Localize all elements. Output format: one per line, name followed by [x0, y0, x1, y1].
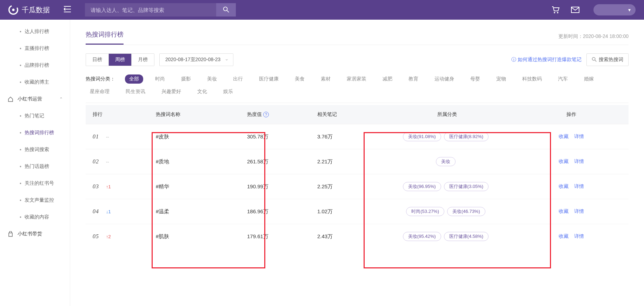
category-pill[interactable]: 美妆(46.73%): [447, 207, 485, 216]
category-chip[interactable]: 素材: [317, 74, 335, 84]
favorite-link[interactable]: 收藏: [559, 208, 569, 215]
favorite-link[interactable]: 收藏: [559, 158, 569, 165]
category-chip[interactable]: 家居家装: [343, 74, 371, 84]
row-categories: 时尚(53.27%)美妆(46.73%): [380, 199, 514, 224]
bag-icon: [8, 231, 14, 237]
search-button[interactable]: [216, 3, 236, 17]
table-row: 05↑2#肌肤179.61万2.43万美妆(95.42%)医疗健康(4.58%)…: [86, 224, 629, 249]
category-chip[interactable]: 母婴: [466, 74, 484, 84]
category-chip[interactable]: 汽车: [554, 74, 572, 84]
category-chip[interactable]: 科技数码: [518, 74, 546, 84]
rank-number: 03: [93, 183, 104, 190]
category-chip[interactable]: 减肥: [378, 74, 397, 84]
svg-line-3: [227, 10, 229, 12]
category-pill[interactable]: 时尚(53.27%): [406, 207, 444, 216]
question-circle-icon[interactable]: ?: [263, 112, 269, 117]
row-categories: 美妆: [380, 149, 514, 174]
chevron-up-icon: ⌃: [59, 97, 63, 102]
detail-link[interactable]: 详情: [574, 233, 584, 240]
svg-point-7: [592, 57, 595, 60]
global-search: [85, 3, 236, 17]
segment-日榜[interactable]: 日榜: [86, 54, 109, 66]
category-chip[interactable]: 美食: [291, 74, 309, 84]
search-input[interactable]: [85, 7, 216, 13]
segment-周榜[interactable]: 周榜: [109, 54, 132, 66]
category-chip[interactable]: 宠物: [492, 74, 510, 84]
trend-indicator: --: [106, 134, 109, 139]
mail-icon[interactable]: [571, 7, 579, 13]
category-pill[interactable]: 美妆(91.08%): [403, 132, 441, 141]
page-header: 热搜词排行榜 更新时间：2020-08-24 18:00:00: [86, 30, 629, 45]
category-chip[interactable]: 摄影: [177, 74, 195, 84]
category-pill[interactable]: 医疗健康(4.58%): [444, 232, 489, 241]
table-header-row: 排行 热搜词名称 热度值? 相关笔记 所属分类 操作: [86, 105, 629, 124]
category-chip[interactable]: 运动健身: [430, 74, 458, 84]
th-name: 热搜词名称: [149, 105, 240, 124]
date-range-picker[interactable]: 2020-08-17至2020-08-23: [159, 53, 233, 66]
row-categories: 美妆(95.42%)医疗健康(4.58%): [380, 224, 514, 249]
favorite-link[interactable]: 收藏: [559, 134, 569, 140]
category-chip[interactable]: 婚嫁: [580, 74, 598, 84]
heat-value: 190.99万: [240, 174, 310, 199]
category-chip[interactable]: 文化: [193, 87, 211, 96]
detail-link[interactable]: 详情: [574, 158, 584, 165]
brand-logo[interactable]: 千瓜数据: [8, 5, 50, 15]
sidebar-group-ecommerce[interactable]: 小红书带货: [0, 226, 70, 242]
hotword-name: #肌肤: [149, 224, 240, 249]
segment-月榜[interactable]: 月榜: [132, 54, 154, 66]
category-pill[interactable]: 美妆(95.42%): [403, 232, 441, 241]
category-chip[interactable]: 教育: [404, 74, 423, 84]
favorite-link[interactable]: 收藏: [559, 233, 569, 240]
category-chip[interactable]: 星座命理: [86, 87, 114, 96]
sidebar: 达人排行榜直播排行榜品牌排行榜收藏的博主 小红书运营 ⌃ 热门笔记热搜词排行榜热…: [0, 20, 70, 306]
favorite-link[interactable]: 收藏: [559, 183, 569, 190]
notes-count: 1.02万: [310, 199, 380, 224]
sidebar-item[interactable]: 达人排行榜: [0, 23, 70, 40]
period-segment: 日榜周榜月榜: [86, 53, 154, 66]
category-chip[interactable]: 美妆: [203, 74, 221, 84]
sidebar-group-operations[interactable]: 小红书运营 ⌃: [0, 91, 70, 108]
category-chip[interactable]: 医疗健康: [255, 74, 283, 84]
sidebar-item[interactable]: 收藏的博主: [0, 74, 70, 91]
detail-link[interactable]: 详情: [574, 134, 584, 140]
category-pill[interactable]: 医疗健康(3.05%): [444, 182, 489, 191]
house-icon: [8, 96, 14, 102]
sidebar-sub-item[interactable]: 热搜词排行榜: [0, 124, 70, 141]
th-rank: 排行: [86, 105, 149, 124]
category-chip[interactable]: 民生资讯: [121, 87, 150, 96]
sidebar-group-label: 小红书运营: [18, 96, 42, 102]
sidebar-sub-item[interactable]: 收藏的内容: [0, 209, 70, 226]
category-chip[interactable]: 全部: [125, 74, 143, 84]
category-chip[interactable]: 娱乐: [219, 87, 237, 96]
help-link[interactable]: ⓘ 如何通过热搜词打造爆款笔记: [511, 57, 582, 63]
heat-value: 305.78万: [240, 124, 310, 149]
cart-icon[interactable]: [551, 6, 560, 14]
category-chip[interactable]: 兴趣爱好: [157, 87, 185, 96]
detail-link[interactable]: 详情: [574, 183, 584, 190]
sidebar-group-label: 小红书带货: [18, 231, 42, 237]
detail-link[interactable]: 详情: [574, 208, 584, 215]
search-icon: [223, 6, 229, 14]
sidebar-sub-item[interactable]: 热门笔记: [0, 108, 70, 124]
sidebar-sub-item[interactable]: 关注的红书号: [0, 175, 70, 192]
svg-point-1: [12, 9, 15, 11]
rank-number: 05: [93, 233, 104, 240]
page-title: 热搜词排行榜: [86, 30, 124, 45]
category-pill[interactable]: 医疗健康(8.92%): [444, 132, 489, 141]
rank-number: 01: [93, 134, 104, 140]
sidebar-item[interactable]: 直播排行榜: [0, 40, 70, 57]
category-pill[interactable]: 美妆(96.95%): [403, 182, 441, 191]
sidebar-sub-item[interactable]: 热门话题榜: [0, 158, 70, 175]
sidebar-item[interactable]: 品牌排行榜: [0, 57, 70, 74]
category-chip[interactable]: 时尚: [151, 74, 169, 84]
notes-count: 2.21万: [310, 149, 380, 174]
category-pill[interactable]: 美妆: [436, 157, 456, 166]
trend-indicator: ↑2: [106, 234, 111, 239]
category-chip[interactable]: 出行: [229, 74, 247, 84]
th-notes: 相关笔记: [310, 105, 380, 124]
menu-toggle-icon[interactable]: [64, 5, 71, 14]
sidebar-sub-item[interactable]: 热搜词搜索: [0, 141, 70, 158]
sidebar-sub-item[interactable]: 发文声量监控: [0, 192, 70, 209]
search-hotword-button[interactable]: 搜索热搜词: [586, 53, 629, 66]
user-menu[interactable]: ▾: [593, 4, 636, 15]
